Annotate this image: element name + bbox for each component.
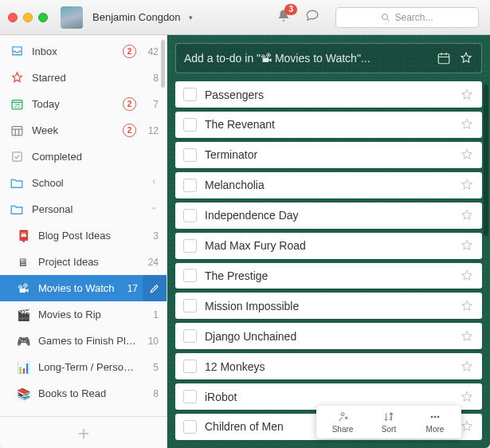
todo-item[interactable]: The Prestige: [175, 263, 482, 289]
share-icon: [335, 411, 350, 423]
todo-item[interactable]: Independence Day: [175, 202, 482, 229]
traffic-lights: [8, 13, 48, 22]
list-item[interactable]: 📚Books to Read8: [0, 380, 167, 407]
todo-title: Mission Impossible: [205, 300, 452, 312]
star-icon[interactable]: [460, 360, 474, 374]
checkbox[interactable]: [183, 148, 197, 162]
avatar[interactable]: [61, 6, 83, 29]
sort-button[interactable]: AZ Sort: [366, 411, 412, 434]
list-item-active[interactable]: 📽Movies to Watch17: [0, 275, 143, 301]
more-icon: [428, 411, 442, 423]
smart-list-star[interactable]: Starred8: [0, 65, 167, 91]
todo-item[interactable]: 12 Monkeys: [175, 353, 482, 379]
checkbox[interactable]: [183, 209, 197, 222]
todo-item[interactable]: Terminator: [175, 142, 482, 168]
checkbox[interactable]: [183, 118, 197, 132]
checkbox[interactable]: [183, 420, 197, 434]
todo-item[interactable]: Melancholia: [175, 172, 482, 198]
smart-list-label: Inbox: [32, 45, 115, 57]
today-icon: 25: [10, 97, 24, 112]
add-todo-input[interactable]: Add a to-do in "📽 Movies to Watch"...: [175, 43, 482, 73]
window-titlebar: Benjamin Congdon ▾ 3 Search...: [0, 0, 490, 35]
todo-item[interactable]: Mission Impossible: [175, 293, 482, 319]
star-icon[interactable]: [460, 88, 474, 102]
checkbox[interactable]: [183, 299, 197, 312]
checkbox[interactable]: [183, 88, 197, 101]
close-window-button[interactable]: [8, 13, 18, 22]
list-emoji-icon: 📊: [16, 360, 30, 375]
svg-text:25: 25: [14, 103, 20, 108]
checkbox[interactable]: [183, 239, 197, 253]
content-scrollbar[interactable]: [484, 84, 488, 236]
zoom-window-button[interactable]: [38, 13, 48, 22]
chevron-down-icon[interactable]: ▾: [189, 14, 193, 22]
sidebar-scrollbar[interactable]: [161, 40, 165, 88]
todo-title: Melancholia: [205, 179, 452, 191]
speech-bubble-icon: [305, 9, 319, 23]
star-icon[interactable]: [460, 117, 474, 132]
calendar-icon[interactable]: [437, 51, 451, 65]
add-list-button[interactable]: ＋: [0, 416, 167, 448]
todo-title: The Revenant: [205, 118, 452, 131]
list-emoji-icon: 📽: [16, 281, 30, 296]
badge: 2: [123, 124, 136, 137]
star-icon: [10, 71, 24, 85]
star-icon[interactable]: [460, 329, 474, 344]
list-label: Games to Finish Playing: [38, 335, 136, 347]
list-emoji-icon: 🖥: [16, 255, 30, 269]
checkbox[interactable]: [183, 179, 197, 192]
star-icon[interactable]: [460, 299, 474, 313]
list-item[interactable]: 🖥Project Ideas24: [0, 249, 167, 275]
list-item[interactable]: 🎬Movies to Rip1: [0, 301, 167, 328]
username-label[interactable]: Benjamin Congdon: [92, 11, 181, 23]
list-emoji-icon: 🎮: [16, 334, 30, 348]
minimize-window-button[interactable]: [23, 13, 33, 22]
list-item[interactable]: 📊Long-Term / Personal...5: [0, 354, 167, 380]
star-icon[interactable]: [460, 178, 474, 192]
search-input[interactable]: Search...: [335, 7, 479, 28]
smart-list-today[interactable]: 25Today27: [0, 91, 167, 117]
badge: 2: [123, 97, 136, 111]
svg-point-0: [382, 14, 388, 19]
todo-title: Terminator: [205, 148, 452, 161]
star-icon[interactable]: [460, 208, 474, 222]
count-label: 3: [144, 230, 159, 242]
activity-button[interactable]: [305, 9, 319, 26]
star-icon[interactable]: [460, 390, 474, 404]
star-icon[interactable]: [460, 269, 474, 283]
checkbox[interactable]: [183, 360, 197, 373]
star-icon[interactable]: [459, 51, 473, 65]
star-icon[interactable]: [460, 419, 474, 434]
folder-school[interactable]: School: [0, 170, 167, 196]
more-button[interactable]: More: [412, 411, 458, 434]
todo-title: iRobot: [205, 391, 452, 403]
svg-line-1: [387, 18, 390, 21]
list-item[interactable]: 🎮Games to Finish Playing10: [0, 328, 167, 354]
completed-icon: [10, 150, 24, 164]
smart-list-inbox[interactable]: Inbox242: [0, 38, 167, 65]
share-button[interactable]: Share: [319, 411, 366, 434]
todo-item[interactable]: Passengers: [175, 81, 482, 108]
list-label: Movies to Watch: [38, 282, 116, 294]
smart-list-completed[interactable]: Completed: [0, 143, 167, 170]
count-label: 17: [123, 283, 138, 294]
more-label: More: [426, 425, 445, 434]
smart-list-week[interactable]: Week212: [0, 117, 167, 143]
folder-personal[interactable]: Personal: [0, 196, 167, 222]
todo-item[interactable]: Mad Max Fury Road: [175, 233, 482, 259]
checkbox[interactable]: [183, 269, 197, 282]
list-item[interactable]: 📮Blog Post Ideas3: [0, 222, 167, 249]
checkbox[interactable]: [183, 329, 197, 343]
count-label: 1: [144, 309, 159, 320]
todo-item[interactable]: The Revenant: [175, 112, 482, 138]
smart-list-label: Completed: [32, 151, 159, 163]
star-icon[interactable]: [460, 238, 474, 253]
list-emoji-icon: 📮: [16, 229, 30, 243]
edit-list-button[interactable]: [143, 275, 167, 301]
notifications-button[interactable]: 3: [276, 9, 291, 26]
star-icon[interactable]: [460, 147, 474, 162]
todo-title: Independence Day: [205, 209, 452, 222]
checkbox[interactable]: [183, 390, 197, 403]
todo-item[interactable]: Django Unchained: [175, 323, 482, 349]
todo-title: Django Unchained: [205, 330, 452, 343]
